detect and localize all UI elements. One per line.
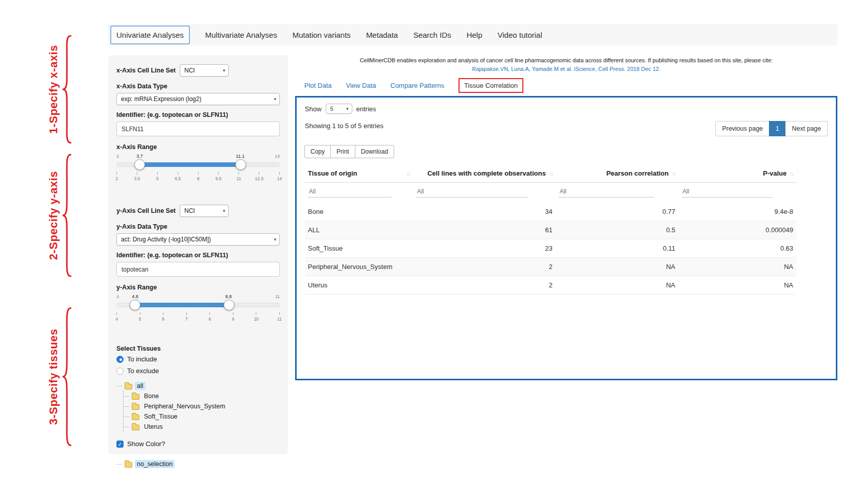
table-row: Uterus 2 NA NA bbox=[305, 276, 797, 295]
citation: CellMinerCDB enables exploration and ana… bbox=[295, 56, 837, 74]
entries-per-page-select[interactable]: 5 ▾ bbox=[326, 104, 352, 114]
nav-tab-help[interactable]: Help bbox=[467, 31, 483, 39]
cell-pearson: 0.5 bbox=[556, 221, 679, 239]
show-entries-row: Show 5 ▾ entries bbox=[305, 104, 828, 114]
slider-tick-label: 14 bbox=[277, 176, 282, 181]
cell-observations: 2 bbox=[413, 276, 556, 295]
y-axis-identifier-input[interactable] bbox=[116, 262, 280, 277]
tree-node-bone-label: Bone bbox=[142, 392, 161, 400]
show-label: Show bbox=[305, 105, 322, 113]
chevron-down-icon: ▾ bbox=[274, 237, 276, 242]
x-range-high-handle[interactable] bbox=[235, 159, 246, 170]
tree-connector bbox=[124, 417, 129, 417]
tree-node-uterus[interactable]: Uterus bbox=[124, 422, 280, 432]
tree-node-bone[interactable]: Bone bbox=[124, 391, 280, 401]
step2-label: 2-Specify y-axis bbox=[47, 171, 60, 260]
x-axis-identifier-input[interactable] bbox=[116, 121, 280, 136]
include-radio-label: To include bbox=[127, 355, 157, 363]
next-page-button[interactable]: Next page bbox=[785, 121, 828, 136]
column-header-cell-lines[interactable]: Cell lines with complete observations↑↓ bbox=[413, 164, 556, 183]
cell-tissue: Soft_Tissue bbox=[305, 239, 413, 258]
nav-tab-mutation-variants[interactable]: Mutation variants bbox=[293, 31, 351, 39]
table-header-row: Tissue of origin↑↓ Cell lines with compl… bbox=[305, 164, 797, 183]
tree-connector bbox=[124, 406, 129, 407]
filter-input-p-value[interactable] bbox=[682, 186, 774, 198]
x-range-ruler: 2 3.5 5 6.5 8 9.5 11 12.5 14 bbox=[116, 172, 280, 181]
tree-node-soft-tissue[interactable]: Soft_Tissue bbox=[124, 411, 280, 422]
y-range-min-label: 4 bbox=[116, 294, 119, 299]
radio-selected-icon bbox=[116, 356, 124, 363]
folder-icon bbox=[132, 414, 139, 420]
tree-connector bbox=[124, 396, 129, 397]
x-axis-cell-line-set-label: x-Axis Cell Line Set bbox=[116, 67, 176, 74]
y-axis-cell-line-set-select[interactable]: NCI ▾ bbox=[180, 205, 229, 217]
x-axis-cell-line-set-value: NCI bbox=[184, 67, 195, 74]
column-header-tissue-of-origin[interactable]: Tissue of origin↑↓ bbox=[305, 164, 413, 183]
subtab-plot-data[interactable]: Plot Data bbox=[304, 82, 331, 89]
download-button[interactable]: Download bbox=[355, 145, 394, 158]
pagination: Previous page 1 Next page bbox=[716, 121, 828, 136]
cell-observations: 2 bbox=[413, 258, 556, 276]
x-range-max-label: 14 bbox=[275, 154, 280, 159]
table-row: Peripheral_Nervous_System 2 NA NA bbox=[305, 258, 797, 276]
y-range-low-handle[interactable] bbox=[130, 300, 140, 310]
filter-input-cell-lines[interactable] bbox=[416, 186, 528, 198]
column-header-pearson-correlation[interactable]: Pearson correlation↑↓ bbox=[556, 164, 679, 183]
radio-unselected-icon bbox=[116, 368, 124, 375]
y-axis-data-type-select[interactable]: act: Drug Activity (-log10[IC50M]) ▾ bbox=[116, 233, 280, 246]
x-range-low-handle[interactable] bbox=[134, 159, 145, 170]
tree-connector bbox=[124, 427, 129, 427]
step3-label: 3-Specify tissues bbox=[47, 329, 60, 425]
step1-annotation: 1-Specify x-axis bbox=[47, 34, 73, 145]
y-range-high-handle[interactable] bbox=[224, 300, 234, 310]
select-tissues-label: Select Tissues bbox=[116, 345, 280, 352]
folder-icon bbox=[132, 394, 139, 400]
step1-label: 1-Specify x-axis bbox=[47, 45, 60, 134]
step3-annotation: 3-Specify tissues bbox=[47, 305, 73, 448]
show-color-checkbox[interactable]: ✓ Show Color? bbox=[116, 440, 280, 448]
nav-tab-search-ids[interactable]: Search IDs bbox=[413, 31, 451, 39]
sort-icon: ↑↓ bbox=[672, 170, 676, 177]
x-axis-data-type-select[interactable]: exp: mRNA Expression (log2) ▾ bbox=[116, 93, 280, 105]
tree-node-peripheral-nervous-system[interactable]: Peripheral_Nervous_System bbox=[124, 401, 280, 411]
print-button[interactable]: Print bbox=[330, 145, 355, 158]
nav-tab-univariate-analyses[interactable]: Univariate Analyses bbox=[110, 26, 190, 44]
cell-tissue: Uterus bbox=[305, 276, 413, 295]
previous-page-button[interactable]: Previous page bbox=[715, 121, 769, 136]
chevron-down-icon: ▾ bbox=[223, 208, 225, 213]
column-header-label: Tissue of origin bbox=[308, 169, 357, 177]
tissues-include-radio[interactable]: To include bbox=[116, 355, 280, 363]
x-axis-data-type-label: x-Axis Data Type bbox=[116, 83, 280, 90]
filter-input-tissue[interactable] bbox=[308, 186, 392, 198]
tree-node-peripheral-nervous-system-label: Peripheral_Nervous_System bbox=[142, 402, 227, 410]
y-range-fill bbox=[135, 303, 228, 307]
tree-node-all[interactable]: all bbox=[116, 381, 280, 391]
cell-pearson: 0.77 bbox=[556, 203, 679, 221]
x-range-min-label: 2 bbox=[116, 154, 119, 159]
tissues-exclude-radio[interactable]: To exclude bbox=[116, 367, 280, 375]
nav-tab-multivariate-analyses[interactable]: Multivariate Analyses bbox=[205, 31, 277, 39]
column-header-p-value[interactable]: P-value↑↓ bbox=[679, 164, 797, 183]
page-number-button[interactable]: 1 bbox=[769, 121, 786, 136]
nav-tab-metadata[interactable]: Metadata bbox=[366, 31, 398, 39]
citation-link[interactable]: Rajapakse.VN, Luna.A, Yamade.M et al. iS… bbox=[295, 65, 837, 74]
analysis-subtabs: Plot Data View Data Compare Patterns Tis… bbox=[304, 78, 523, 93]
x-axis-cell-line-set-select[interactable]: NCI ▾ bbox=[180, 64, 229, 77]
nav-tab-video-tutorial[interactable]: Video tutorial bbox=[497, 31, 542, 39]
top-navbar: Univariate Analyses Multivariate Analyse… bbox=[108, 24, 837, 45]
tree-node-no-selection-label: no_selection bbox=[135, 460, 175, 468]
subtab-tissue-correlation[interactable]: Tissue Correlation bbox=[459, 78, 523, 93]
sort-icon: ↑↓ bbox=[406, 170, 410, 177]
filter-input-pearson[interactable] bbox=[559, 186, 654, 198]
slider-tick-label: 2 bbox=[115, 176, 118, 181]
table-row: Soft_Tissue 23 0.11 0.63 bbox=[305, 239, 797, 258]
table-row: Bone 34 0.77 9.4e-8 bbox=[305, 203, 797, 221]
subtab-compare-patterns[interactable]: Compare Patterns bbox=[391, 82, 445, 89]
cell-observations: 61 bbox=[413, 221, 556, 239]
y-range-max-label: 11 bbox=[275, 294, 280, 299]
y-axis-data-type-label: y-Axis Data Type bbox=[116, 223, 280, 230]
slider-tick-label: 8 bbox=[208, 316, 211, 322]
tree-node-no-selection[interactable]: no_selection bbox=[116, 459, 280, 469]
subtab-view-data[interactable]: View Data bbox=[346, 82, 376, 89]
copy-button[interactable]: Copy bbox=[304, 145, 331, 158]
